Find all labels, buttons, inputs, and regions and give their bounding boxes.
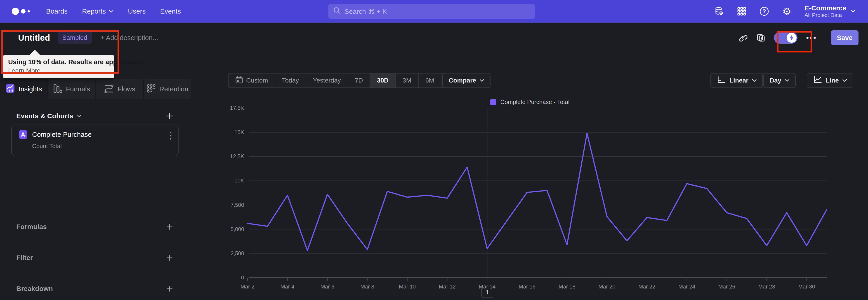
x-axis-tick-label: Mar 30 — [798, 283, 815, 290]
series-line — [248, 133, 827, 250]
y-axis-tick-label: 10K — [235, 177, 244, 184]
tooltip-text: Using 10% of data. Results are approxima… — [8, 58, 109, 66]
x-axis-tick-label: Mar 18 — [559, 283, 576, 290]
x-axis-tick-label: Mar 2 — [241, 283, 254, 290]
x-axis-tick-label: Mar 20 — [598, 283, 616, 290]
x-axis-tick-label: Mar 8 — [360, 283, 374, 290]
y-axis-tick-label: 7,500 — [230, 202, 244, 208]
y-axis-tick-label: 0 — [241, 274, 244, 280]
x-axis-tick-label: Mar 24 — [678, 283, 695, 290]
insights-report-page: BoardsReportsUsersEvents Search ⌘ + K — [0, 0, 868, 300]
y-axis-tick-label: 2,500 — [230, 250, 244, 257]
x-axis-tick-label: Mar 12 — [439, 283, 456, 290]
x-axis-tick-label: Mar 28 — [758, 283, 775, 290]
line-chart: 17.5K15K12.5K10K7,5005,0002,5000Mar 2Mar… — [0, 0, 868, 300]
x-axis-tick-label: Mar 26 — [718, 283, 735, 290]
x-axis-tick-label: Mar 4 — [281, 283, 294, 290]
x-axis-tick-label: Mar 6 — [320, 283, 334, 290]
learn-more-link[interactable]: Learn More — [8, 67, 40, 74]
y-axis-tick-label: 5,000 — [230, 226, 244, 232]
y-axis-tick-label: 15K — [235, 129, 244, 135]
chart-page-indicator[interactable]: 1 — [482, 287, 493, 298]
x-axis-tick-label: Mar 16 — [519, 283, 535, 290]
y-axis-tick-label: 12.5K — [230, 153, 244, 159]
y-axis-tick-label: 17.5K — [230, 105, 244, 111]
x-axis-tick-label: Mar 10 — [399, 283, 416, 290]
sampling-tooltip: Using 10% of data. Results are approxima… — [3, 55, 114, 78]
x-axis-tick-label: Mar 22 — [639, 283, 655, 290]
